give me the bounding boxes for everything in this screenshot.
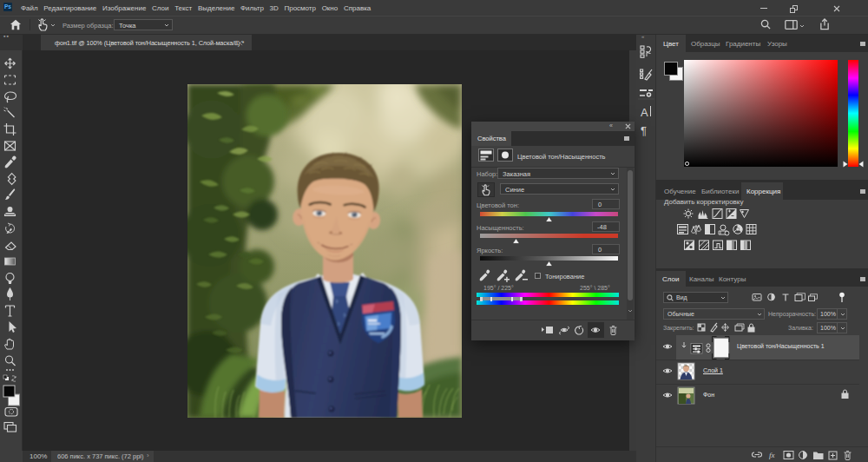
svg-text:¶: ¶	[641, 124, 647, 137]
svg-text:A: A	[641, 106, 648, 119]
svg-text:fx: fx	[769, 451, 775, 459]
